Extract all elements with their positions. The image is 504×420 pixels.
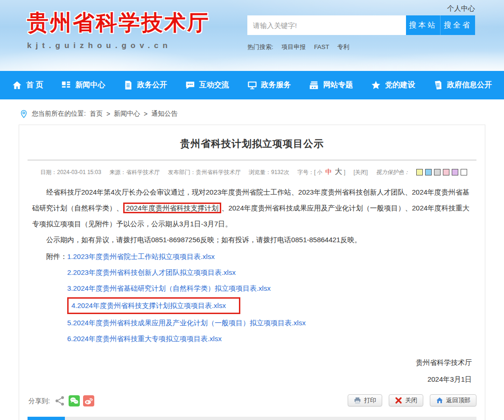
action-row: 分享到: 打印 关闭 返回顶部 [19,388,485,411]
site-logo-url: kjt.guizhou.gov.cn [27,41,210,50]
nav-item-special-topics[interactable]: 网站专题 [309,80,353,90]
color-swatch-blue[interactable] [425,169,432,175]
hot-search-item[interactable]: FAST [314,43,329,50]
site-header: 贵州省科学技术厅 kjt.guizhou.gov.cn 个人中心 搜本站 搜全省… [0,0,504,71]
site-logo[interactable]: 贵州省科学技术厅 kjt.guizhou.gov.cn [27,8,210,50]
attachment-link-3[interactable]: 3.2024年度贵州省基础研究计划（自然科学类）拟立项项目表.xlsx [67,280,472,296]
close-button[interactable]: 关闭 [389,394,423,406]
fontsize-large-button[interactable]: 大 [335,168,342,175]
personal-center-link[interactable]: 个人中心 [447,4,475,13]
close-x-icon [395,397,402,404]
meta-source: 来源：省科学技术厅 [109,169,160,175]
close-button-label: 关闭 [405,396,417,405]
fontsize-small-button[interactable]: 小 [317,169,322,175]
fontsize-label: 字号：[ [297,169,315,175]
breadcrumb: 您当前所在的位置: 首页 > 新闻中心 > 通知公告 [20,110,504,118]
star-icon [371,80,381,90]
annotation-red-box-text: 2024年度贵州省科技支撑计划 [123,203,221,213]
site-logo-title: 贵州省科学技术厅 [27,8,210,37]
hot-search-bar: 热门搜索: 项目申报 FAST 专利 [247,43,350,51]
article-container: 贵州省科技计划拟立项项目公示 日期：2024-03-01 15:03 来源：省科… [19,125,485,420]
folder-stack-icon [309,80,319,90]
home-icon [12,80,22,90]
color-swatch-purple[interactable] [452,169,458,175]
paragraph-2: 公示期内，如有异议，请拨打电话0851-86987256反映；如有投诉，请拨打电… [32,232,472,248]
printer-icon [354,397,361,404]
close-article-button[interactable]: [关闭] [353,169,368,175]
nav-item-label: 政府信息公开 [447,80,492,90]
attachment-link-4-highlighted[interactable]: 4.2024年度贵州省科技支撑计划拟立项项目表.xlsx [67,297,240,314]
nav-item-label: 首 页 [26,80,43,90]
color-swatch-pink[interactable] [443,169,449,175]
fontsize-bracket-end: ] [344,169,345,175]
nav-item-gov-services[interactable]: 政务服务 [247,80,291,90]
speech-bubble-icon [185,80,195,90]
nav-item-label: 网站专题 [323,80,353,90]
share-label: 分享到: [28,397,50,406]
title-divider [28,160,476,161]
nav-item-interaction[interactable]: 互动交流 [185,80,229,90]
print-button-label: 打印 [364,396,376,405]
color-swatch-yellow[interactable] [416,169,423,175]
document-icon [123,80,133,90]
meta-views: 浏览量：9132次 [249,169,289,175]
eye-protect-swatches [416,169,467,175]
nav-item-label: 政务公开 [137,80,167,90]
nav-item-home[interactable]: 首 页 [12,80,43,90]
search-input[interactable] [247,15,406,35]
search-province-button[interactable]: 搜全省 [441,15,475,35]
nav-item-news[interactable]: 新闻中心 [61,80,105,90]
wechat-icon[interactable] [69,395,80,406]
article-meta: 日期：2024-03-01 15:03 来源：省科学技术厅 发布部门：贵州省科学… [19,167,485,177]
signature-date: 2024年3月1日 [32,371,472,388]
attachment-link-5[interactable]: 5.2024年度贵州省科技成果应用及产业化计划（一般项目）拟立项项目表.xlsx [67,315,472,331]
nav-item-label: 新闻中心 [75,80,105,90]
nav-item-gov-affairs[interactable]: 政务公开 [123,80,167,90]
share-group: 分享到: [28,395,94,406]
search-area: 搜本站 搜全省 [247,15,475,35]
nav-item-party-building[interactable]: 党的建设 [371,80,415,90]
signature-block: 贵州省科学技术厅 2024年3月1日 [32,354,472,388]
attachment-link-2[interactable]: 2.2023年度贵州省科技创新人才团队拟立项项目表.xlsx [67,265,472,280]
attachment-link-1[interactable]: 1.2023年度贵州省院士工作站拟立项项目表.xlsx [67,249,472,265]
back-to-top-button[interactable]: 返回顶部 [430,394,476,406]
weibo-icon[interactable] [83,395,94,406]
nav-item-gov-info-disclosure[interactable]: 政府信息公开 [433,80,492,90]
article-body: 经省科技厅2024年第4次厅长办公会审议通过，现对2023年度贵州省院士工作站、… [19,184,485,388]
breadcrumb-separator: > [106,110,110,118]
hot-search-item[interactable]: 专利 [337,43,350,50]
fontsize-control: 字号：[ 小 中 大 ] [297,169,347,175]
print-button[interactable]: 打印 [348,394,382,406]
page-title: 贵州省科技计划拟立项项目公示 [19,137,485,150]
meta-date: 日期：2024-03-01 15:03 [40,169,101,175]
attachment-link-6[interactable]: 6.2024年度贵州省科技重大专项拟立项项目表.xlsx [67,331,472,347]
breadcrumb-separator: > [144,110,147,118]
signature-organization: 贵州省科学技术厅 [32,354,472,371]
fontsize-medium-button[interactable]: 中 [325,168,332,175]
back-to-top-label: 返回顶部 [446,396,470,405]
attachments-block: 附件： 1.2023年度贵州省院士工作站拟立项项目表.xlsx 2.2023年度… [32,249,472,347]
meta-department: 发布部门：贵州省科学技术厅 [168,169,241,175]
nav-item-label: 互动交流 [199,80,229,90]
search-site-button[interactable]: 搜本站 [406,15,441,35]
breadcrumb-item-home[interactable]: 首页 [90,110,103,118]
nav-item-label: 政务服务 [261,80,291,90]
document-lines-icon [433,80,443,90]
share-nodes-icon[interactable] [54,395,65,406]
hot-search-item[interactable]: 项目申报 [281,43,306,50]
attachments-label: 附件： [32,249,67,347]
breadcrumb-item-news[interactable]: 新闻中心 [114,110,140,118]
grid-icon [61,80,71,90]
main-navigation: 首 页 新闻中心 政务公开 互动交流 政务服务 网站专题 党的建设 政府信息公开 [0,71,504,99]
previous-article-button[interactable]: 上一篇: [28,417,65,420]
hot-search-label: 热门搜索: [247,43,273,50]
monitor-icon [247,80,257,90]
eye-protect-label: 视力保护色： [376,169,409,175]
color-swatch-gray[interactable] [434,169,441,175]
breadcrumb-item-notices[interactable]: 通知公告 [151,110,177,118]
nav-item-label: 党的建设 [385,80,415,90]
previous-article-row: 上一篇: 省委第七巡视组巡视公告 [28,417,476,420]
color-swatch-white[interactable] [461,169,467,175]
paragraph-1: 经省科技厅2024年第4次厅长办公会审议通过，现对2023年度贵州省院士工作站、… [32,184,472,232]
breadcrumb-label: 您当前所在的位置: [32,110,86,118]
